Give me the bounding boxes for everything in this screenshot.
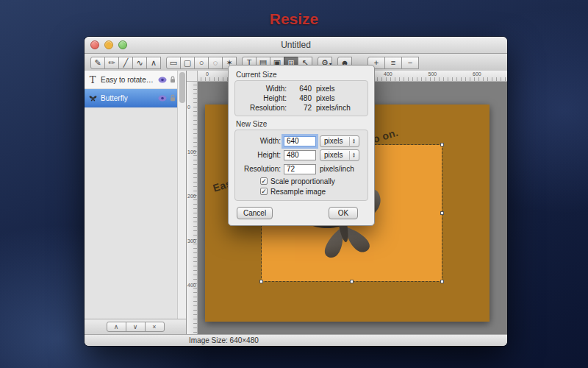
size-unit: pixels/inch — [316, 104, 351, 112]
dialog-checkboxes: ✓Scale proportionally✓Resample image — [240, 177, 363, 196]
zoom-out-button[interactable]: − — [401, 57, 419, 69]
vertical-ruler: 0100200300400 — [187, 81, 198, 334]
size-label: Width: — [240, 85, 287, 93]
curve-tool[interactable]: ∿ — [132, 57, 147, 69]
resolution-unit-label: pixels/inch — [320, 165, 354, 173]
pencil-tool[interactable]: ✎ — [90, 57, 105, 69]
layer-controls: ∧∨× — [85, 319, 186, 334]
rounded-rectangle-tool[interactable]: ▢ — [180, 57, 195, 69]
zoom-segmented-control: +≡− — [368, 57, 419, 69]
size-label: Resolution: — [240, 104, 287, 112]
size-label: Height: — [240, 94, 287, 102]
ruler-label: 400 — [187, 283, 196, 288]
current-size-row: Width:640pixels — [240, 84, 363, 93]
layer-row-1[interactable]: TEasy to rotate text, im… — [85, 71, 186, 89]
line-tool[interactable]: ╱ — [118, 57, 133, 69]
layers-sidebar: TEasy to rotate text, im…Butterfly ∧∨× — [85, 71, 187, 334]
window-controls — [90, 40, 127, 49]
ruler-label: 0 — [187, 105, 190, 110]
move-layer-up-button[interactable]: ∧ — [107, 322, 126, 332]
visibility-eye-icon[interactable] — [158, 77, 167, 83]
close-button[interactable] — [90, 40, 99, 49]
width-unit-select[interactable]: pixels ▲▼ — [320, 135, 359, 147]
ruler-corner — [187, 71, 198, 82]
ok-button[interactable]: OK — [329, 207, 358, 219]
ruler-label: 200 — [187, 194, 196, 199]
width-label: Width: — [240, 137, 281, 145]
ruler-label: 600 — [473, 71, 481, 77]
selection-handle[interactable] — [440, 143, 444, 146]
minimize-button[interactable] — [104, 40, 113, 49]
new-size-group: Width: pixels ▲▼ Height: pixels ▲▼ Resol… — [234, 130, 368, 201]
polygon-tool[interactable]: ∧ — [146, 57, 161, 69]
stepper-arrows-icon: ▲▼ — [349, 137, 358, 146]
dialog-buttons: Cancel OK — [234, 205, 368, 219]
zoom-fit-button[interactable]: ≡ — [384, 57, 402, 69]
width-input[interactable] — [284, 136, 316, 146]
selection-handle[interactable] — [259, 280, 263, 283]
scale-proportionally-checkbox[interactable]: ✓ — [260, 177, 268, 185]
height-label: Height: — [240, 151, 281, 159]
checkbox-row: ✓Scale proportionally — [260, 177, 363, 185]
text-layer-icon: T — [87, 74, 98, 85]
resize-dialog: Current Size Width:640pixelsHeight:480pi… — [228, 65, 375, 226]
checkbox-row: ✓Resample image — [260, 187, 363, 196]
height-unit-select[interactable]: pixels ▲▼ — [320, 149, 359, 161]
width-unit-label: pixels — [324, 137, 343, 145]
move-layer-down-button[interactable]: ∨ — [126, 322, 146, 332]
layer-row-2[interactable]: Butterfly — [85, 89, 186, 107]
ruler-label: 100 — [187, 149, 196, 155]
ruler-label: 400 — [384, 71, 392, 77]
selection-handle[interactable] — [350, 280, 354, 283]
new-size-title: New Size — [236, 120, 368, 128]
resolution-input[interactable] — [284, 164, 316, 174]
selection-handle[interactable] — [440, 280, 444, 283]
delete-layer-button[interactable]: × — [145, 322, 165, 332]
selection-handle[interactable] — [440, 211, 444, 215]
size-value: 72 — [287, 104, 312, 112]
new-width-row: Width: pixels ▲▼ — [240, 135, 363, 147]
zoom-button[interactable] — [118, 40, 127, 49]
layer-name: Easy to rotate text, im… — [101, 76, 155, 84]
lock-icon[interactable] — [170, 76, 176, 83]
titlebar[interactable]: Untitled — [85, 37, 507, 54]
cancel-button[interactable]: Cancel — [237, 207, 273, 219]
height-input[interactable] — [284, 150, 316, 160]
size-unit: pixels — [316, 85, 335, 93]
layer-name: Butterfly — [101, 94, 155, 102]
ruler-label: 500 — [429, 71, 437, 77]
resolution-label: Resolution: — [240, 165, 281, 173]
scrollbar-thumb[interactable] — [179, 72, 185, 103]
lasso-tool[interactable]: ◌ — [208, 57, 223, 69]
new-resolution-row: Resolution: pixels/inch — [240, 163, 363, 175]
height-unit-label: pixels — [324, 151, 343, 159]
app-window: Untitled ✎✏╱∿∧▭▢○◌✶T▤▣⊞↖⚙▾☻ +≡− TEasy to… — [85, 37, 507, 346]
layer-list: TEasy to rotate text, im…Butterfly — [85, 71, 186, 107]
size-value: 640 — [287, 85, 312, 93]
image-size-status: Image Size: 640×480 — [189, 336, 259, 344]
ellipse-tool[interactable]: ○ — [194, 57, 209, 69]
ruler-label: 0 — [206, 71, 209, 77]
page-title: Resize — [0, 10, 588, 28]
desktop: { "page": { "title": "Resize" }, "colors… — [0, 0, 588, 368]
brush-tool[interactable]: ✏ — [104, 57, 119, 69]
window-title: Untitled — [281, 40, 311, 50]
sidebar-scrollbar[interactable] — [177, 71, 186, 319]
current-size-group: Width:640pixelsHeight:480pixelsResolutio… — [234, 80, 368, 116]
visibility-eye-icon[interactable] — [158, 95, 167, 102]
current-size-row: Resolution:72pixels/inch — [240, 103, 363, 113]
checkbox-label: Scale proportionally — [270, 177, 335, 185]
size-unit: pixels — [316, 94, 335, 102]
stepper-arrows-icon: ▲▼ — [349, 151, 358, 160]
current-size-row: Height:480pixels — [240, 93, 363, 103]
rectangle-tool[interactable]: ▭ — [166, 57, 181, 69]
status-bar: Image Size: 640×480 — [85, 334, 507, 346]
lock-icon[interactable] — [170, 94, 176, 102]
current-size-title: Current Size — [236, 71, 368, 79]
butterfly-layer-icon — [87, 94, 98, 102]
checkbox-label: Resample image — [270, 188, 326, 196]
size-value: 480 — [287, 94, 312, 102]
resample-image-checkbox[interactable]: ✓ — [260, 188, 268, 195]
ruler-label: 300 — [187, 238, 196, 244]
new-height-row: Height: pixels ▲▼ — [240, 149, 363, 161]
